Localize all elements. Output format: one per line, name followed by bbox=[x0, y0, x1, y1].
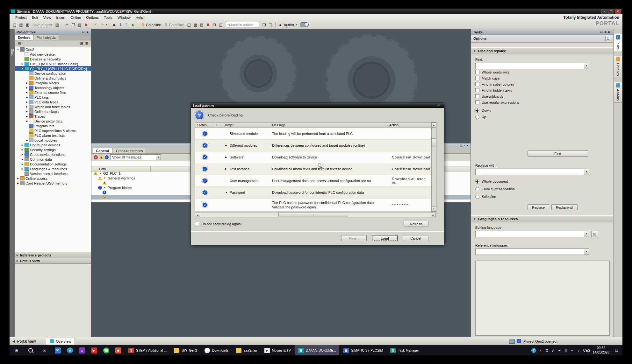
tree-item[interactable]: Online & diagnostics bbox=[15, 76, 91, 80]
expand-icon[interactable]: ▼ bbox=[103, 177, 106, 179]
editing-language-select[interactable] bbox=[475, 231, 589, 237]
tree-footer-section[interactable]: Reference projects bbox=[15, 252, 91, 258]
column-header[interactable]: Target bbox=[222, 122, 270, 128]
start-button[interactable]: ⊞ bbox=[10, 345, 24, 355]
checkbox[interactable] bbox=[475, 82, 479, 86]
search-input[interactable]: <Search in project> bbox=[226, 22, 259, 27]
download-to-device-icon[interactable]: ↧ bbox=[117, 22, 124, 28]
compile-icon[interactable]: ◆ bbox=[111, 22, 117, 28]
action-value[interactable] bbox=[387, 128, 431, 139]
keyboard-language[interactable]: CES bbox=[583, 348, 590, 352]
split-editor-horizontal-icon[interactable]: ⊟ bbox=[211, 22, 218, 28]
tree-footer-section[interactable]: Details view bbox=[15, 258, 91, 263]
display-icon[interactable]: ⊡ bbox=[545, 349, 549, 352]
tree-item[interactable]: ▶ Documentation settings bbox=[15, 162, 91, 166]
tree-item[interactable]: ▶ HMI_1 [MTP700 Unified Basic] bbox=[15, 61, 91, 66]
tree-item[interactable]: ▼ G2_PLC_1 [CPU 1214C DC/DC/Rly] bbox=[15, 66, 91, 71]
expand-icon[interactable]: ▶ bbox=[21, 158, 24, 161]
taskbar-clock[interactable]: 09:52 14/01/2026 bbox=[592, 346, 609, 354]
menu-item[interactable]: Edit bbox=[29, 15, 41, 20]
find-button[interactable]: Find bbox=[528, 150, 588, 157]
cancel-button[interactable]: Cancel bbox=[403, 235, 428, 241]
expand-icon[interactable]: ▶ bbox=[25, 96, 29, 99]
scroll-up-icon[interactable] bbox=[432, 122, 436, 128]
tree-item[interactable]: ▶ PLC tags bbox=[15, 95, 91, 100]
table-row[interactable]: ▶ Different modules Differences between … bbox=[195, 140, 431, 151]
action-value[interactable]: Download all user m... bbox=[387, 175, 431, 186]
radio-button[interactable] bbox=[475, 115, 479, 119]
project-tree-tab[interactable]: Plant objects bbox=[34, 35, 59, 40]
scrollbar-thumb[interactable] bbox=[278, 213, 348, 217]
reference-language-select[interactable] bbox=[475, 248, 589, 255]
tree-item[interactable]: Device configuration bbox=[15, 71, 91, 76]
menu-item[interactable]: Insert bbox=[54, 15, 68, 20]
expand-icon[interactable]: ▶ bbox=[225, 156, 229, 158]
menu-item[interactable]: Project bbox=[13, 15, 29, 20]
finish-button[interactable]: Finish bbox=[341, 235, 367, 241]
tree-item[interactable]: ▶ Online access bbox=[15, 176, 91, 181]
scrollbar-thumb[interactable] bbox=[432, 138, 436, 147]
inspector-tab[interactable]: General bbox=[93, 148, 112, 153]
direction-radio-row[interactable]: Down bbox=[475, 107, 613, 114]
sync-icon[interactable]: ⇄ bbox=[551, 349, 555, 352]
collapse-panel-icon[interactable] bbox=[85, 31, 89, 33]
expand-icon[interactable]: ▶ bbox=[225, 168, 229, 170]
radio-button[interactable] bbox=[475, 187, 479, 191]
go-offline-button[interactable]: ↯ Go offline bbox=[163, 23, 185, 27]
delete-icon[interactable]: ✖ bbox=[83, 22, 89, 28]
languages-section-header[interactable]: Languages & resources bbox=[471, 215, 613, 222]
expand-icon[interactable]: ▼ bbox=[16, 48, 20, 51]
checkbox[interactable] bbox=[475, 88, 479, 92]
find-option-row[interactable]: Match case bbox=[475, 75, 613, 81]
find-option-row[interactable]: Find in substructures bbox=[475, 81, 613, 87]
dialog-close-icon[interactable] bbox=[436, 104, 442, 107]
author-label[interactable]: Author bbox=[284, 23, 294, 27]
tree-item[interactable]: ▶ Program blocks bbox=[15, 80, 91, 85]
do-not-show-checkbox-row[interactable]: Do not show dialog again bbox=[195, 222, 241, 226]
menu-item[interactable]: View bbox=[41, 15, 54, 20]
combo-arrow-icon[interactable] bbox=[584, 249, 589, 255]
print-icon[interactable]: ▥ bbox=[54, 22, 60, 28]
network-icon[interactable]: ≋ bbox=[570, 349, 574, 352]
side-tab[interactable]: ✓ Tasks bbox=[614, 34, 622, 52]
window-layout-icon[interactable]: ❑ bbox=[267, 22, 274, 28]
tree-filter-icon[interactable] bbox=[17, 41, 22, 46]
tree-item[interactable]: ▶ Traces bbox=[15, 114, 91, 119]
column-header[interactable]: Message bbox=[270, 122, 387, 128]
expand-icon[interactable]: ▶ bbox=[25, 110, 29, 113]
cut-icon[interactable]: ✂ bbox=[64, 22, 70, 28]
options-button[interactable] bbox=[605, 36, 611, 41]
expand-icon[interactable] bbox=[17, 254, 18, 256]
taskbar-window-button[interactable]: SW_Gen2 bbox=[171, 345, 200, 355]
checkbox[interactable] bbox=[475, 94, 479, 98]
upload-from-device-icon[interactable]: ↥ bbox=[124, 22, 130, 28]
save-project-label[interactable]: Save project bbox=[32, 23, 52, 27]
taskbar-search-button[interactable] bbox=[24, 345, 38, 355]
copy-icon[interactable]: ❐ bbox=[70, 22, 76, 28]
expand-icon[interactable]: ▼ bbox=[225, 192, 229, 194]
horizontal-scrollbar[interactable] bbox=[195, 213, 436, 217]
tree-item[interactable]: ▶ Common data bbox=[15, 157, 91, 162]
action-value[interactable]: ********** bbox=[387, 199, 431, 211]
scope-radio-row[interactable]: Whole document bbox=[475, 178, 613, 185]
split-editor-vertical-icon[interactable]: ◫ bbox=[218, 22, 224, 28]
help-icon[interactable]: ? bbox=[531, 348, 536, 353]
taskbar-window-button[interactable]: aaaSnap bbox=[233, 345, 260, 355]
taskbar-window-button[interactable]: ▦ SIMATIC S7-PLCSIM bbox=[340, 345, 386, 355]
refresh-button[interactable]: Refresh bbox=[404, 221, 428, 227]
volume-icon[interactable]: ♪ bbox=[577, 349, 581, 352]
taskbar-window-button[interactable]: ▶ Movies & TV bbox=[261, 345, 294, 355]
undo-dropdown-icon[interactable] bbox=[105, 24, 107, 26]
expand-icon[interactable]: ▶ bbox=[225, 144, 229, 147]
expand-icon[interactable]: ▼ bbox=[99, 172, 102, 174]
tree-item[interactable]: Add new device bbox=[15, 52, 91, 57]
menu-item[interactable]: Online bbox=[68, 15, 83, 20]
checkbox[interactable] bbox=[195, 222, 199, 226]
float-panel-icon[interactable] bbox=[460, 144, 462, 147]
tree-item[interactable]: ▼ Gen2 bbox=[15, 47, 91, 52]
replace-input[interactable] bbox=[475, 169, 589, 175]
tree-item[interactable]: ▶ Security settings bbox=[15, 147, 91, 152]
battery-icon[interactable]: ▯ bbox=[564, 349, 568, 352]
chevron-up-icon[interactable]: ∧ bbox=[538, 349, 542, 352]
start-simulation-icon[interactable]: ▶ bbox=[130, 22, 136, 28]
